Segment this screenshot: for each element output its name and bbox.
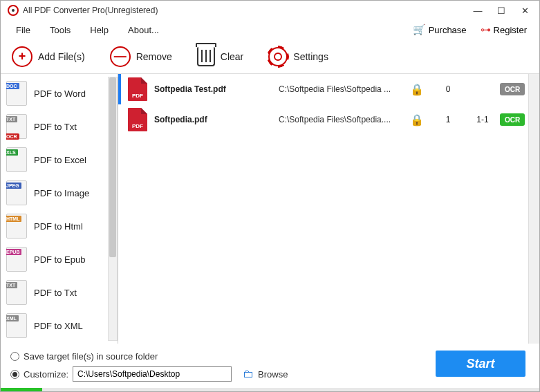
register-label: Register [494, 25, 527, 35]
format-icon: JPEG [6, 180, 27, 205]
file-range: 1-1 [465, 115, 500, 124]
file-count: 1 [431, 115, 465, 124]
format-icon: XML [6, 313, 27, 338]
sidebar-item-0[interactable]: DOC PDF to Word [6, 77, 115, 110]
menu-file[interactable]: File [6, 22, 40, 38]
selection-indicator [118, 104, 121, 135]
file-name: Softpedia.pdf [154, 115, 279, 124]
format-tag: HTML [6, 216, 21, 222]
register-link[interactable]: ⊶ Register [474, 21, 534, 39]
menu-about[interactable]: About... [118, 22, 169, 38]
app-icon [8, 5, 19, 16]
settings-label: Settings [293, 51, 328, 62]
window-title: All PDF Converter Pro(Unregistered) [23, 6, 466, 15]
minus-icon: ― [110, 46, 131, 67]
clear-button[interactable]: Clear [193, 44, 248, 69]
sidebar-item-label: PDF to Image [34, 188, 89, 198]
remove-label: Remove [136, 51, 172, 62]
sidebar-scrollbar[interactable] [108, 77, 118, 341]
file-row[interactable]: PDF Softpedia.pdf C:\Softpedia Files\Sof… [118, 104, 539, 135]
sidebar-item-2[interactable]: XLS PDF to Excel [6, 143, 115, 176]
output-path-input[interactable] [73, 366, 232, 382]
pdf-icon: PDF [128, 77, 147, 101]
clear-label: Clear [221, 51, 243, 62]
minimize-button[interactable]: ― [466, 2, 490, 19]
radio-save-source[interactable] [10, 352, 19, 361]
progress-fill [1, 388, 42, 392]
purchase-label: Purchase [429, 25, 467, 35]
sidebar-item-1[interactable]: TXT OCR PDF to Txt [6, 110, 115, 143]
sidebar-item-4[interactable]: HTML PDF to Html [6, 209, 115, 243]
lock-icon: 🔒 [403, 83, 431, 96]
remove-button[interactable]: ― Remove [106, 44, 176, 70]
file-count: 0 [431, 84, 465, 94]
add-files-label: Add File(s) [38, 51, 85, 62]
toolbar: + Add File(s) ― Remove Clear Settings [1, 39, 539, 74]
bottom-panel: Save target file(s) in source folder Cus… [1, 344, 539, 388]
file-list: PDF Softpedia Test.pdf C:\Softpedia File… [118, 74, 539, 344]
file-name: Softpedia Test.pdf [154, 84, 279, 94]
sidebar-item-label: PDF to XML [34, 321, 83, 331]
format-tag: TXT [6, 282, 17, 288]
close-button[interactable]: ✕ [513, 2, 537, 19]
plus-icon: + [12, 46, 32, 67]
format-tag: EPUB [6, 249, 21, 255]
sidebar-item-7[interactable]: XML PDF to XML [6, 309, 115, 341]
filelist-scrollbar[interactable] [528, 74, 539, 344]
pdf-icon: PDF [128, 108, 147, 131]
lock-icon: 🔒 [403, 113, 431, 127]
selection-indicator [118, 74, 121, 104]
sidebar-item-5[interactable]: EPUB PDF to Epub [6, 243, 115, 276]
menubar: File Tools Help About... 🛒 Purchase ⊶ Re… [1, 20, 539, 39]
titlebar: All PDF Converter Pro(Unregistered) ― ☐ … [1, 1, 539, 20]
ocr-chip[interactable]: OCR [500, 113, 525, 126]
sidebar: DOC PDF to Word TXT OCR PDF to Txt XLS P… [1, 74, 118, 344]
file-path: C:\Softpedia Files\Softpedia.... [279, 115, 403, 124]
save-source-label: Save target file(s) in source folder [24, 351, 158, 362]
ocr-badge-icon: OCR [6, 133, 19, 140]
cart-icon: 🛒 [413, 24, 426, 36]
format-icon: XLS [6, 147, 27, 172]
format-icon: TXT [6, 280, 27, 305]
format-icon: TXT OCR [6, 114, 27, 139]
format-tag: JPEG [6, 183, 21, 189]
settings-button[interactable]: Settings [264, 44, 333, 69]
format-icon: DOC [6, 81, 27, 106]
sidebar-item-label: PDF to Excel [34, 155, 86, 165]
browse-label: Browse [258, 369, 288, 380]
progress-bar [1, 388, 539, 392]
menu-tools[interactable]: Tools [40, 22, 80, 38]
sidebar-scroll-thumb[interactable] [109, 77, 116, 257]
format-tag: DOC [6, 83, 19, 89]
key-icon: ⊶ [481, 24, 491, 36]
radio-customize[interactable] [10, 370, 19, 379]
sidebar-item-3[interactable]: JPEG PDF to Image [6, 176, 115, 209]
sidebar-item-label: PDF to Word [34, 88, 86, 99]
sidebar-item-label: PDF to Html [34, 221, 83, 232]
sidebar-item-label: PDF to Epub [34, 254, 85, 265]
menu-help[interactable]: Help [80, 22, 118, 38]
start-button[interactable]: Start [436, 351, 525, 377]
file-path: C:\Softpedia Files\Softpedia ... [279, 84, 403, 94]
gear-icon [268, 47, 288, 66]
format-icon: HTML [6, 214, 27, 239]
format-tag: XML [6, 315, 19, 321]
add-files-button[interactable]: + Add File(s) [8, 44, 89, 70]
ocr-chip[interactable]: OCR [500, 83, 525, 95]
trash-icon [197, 47, 215, 66]
format-tag: TXT [6, 116, 17, 122]
maximize-button[interactable]: ☐ [490, 2, 513, 19]
sidebar-item-label: PDF to Txt [34, 288, 77, 298]
format-tag: XLS [6, 149, 18, 156]
file-row[interactable]: PDF Softpedia Test.pdf C:\Softpedia File… [118, 74, 539, 104]
folder-icon: 🗀 [243, 368, 254, 380]
browse-button[interactable]: 🗀 Browse [243, 368, 288, 380]
sidebar-item-label: PDF to Txt [34, 122, 77, 132]
sidebar-item-6[interactable]: TXT PDF to Txt [6, 276, 115, 309]
customize-label: Customize: [24, 369, 68, 380]
format-icon: EPUB [6, 247, 27, 272]
purchase-link[interactable]: 🛒 Purchase [406, 21, 474, 39]
